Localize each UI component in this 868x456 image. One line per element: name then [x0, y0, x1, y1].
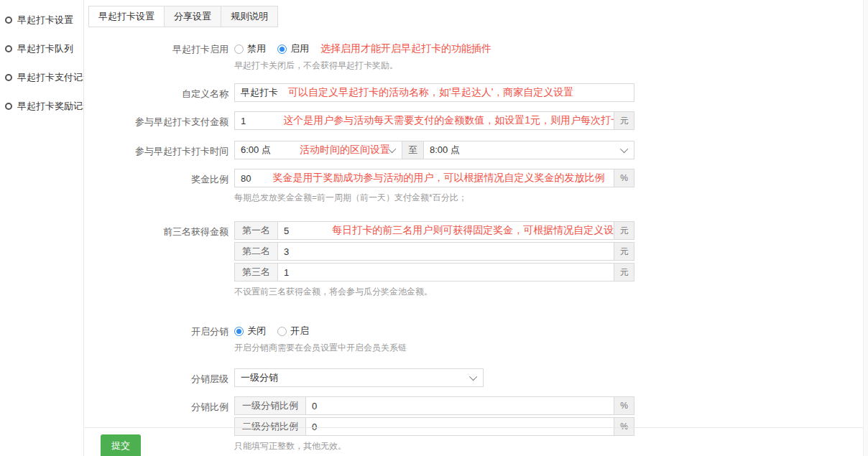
top3-first-input[interactable]: 第一名 5 每日打卡的前三名用户则可获得固定奖金，可根据情况自定义设置 元: [234, 221, 634, 240]
field-label: 自定义名称: [85, 83, 234, 101]
radio-disable[interactable]: 禁用: [234, 42, 266, 55]
sidebar-item-payment-records[interactable]: 早起打卡支付记录: [0, 63, 83, 92]
ratio-prefix: 一级分销比例: [235, 397, 306, 414]
sidebar-item-checkin-settings[interactable]: 早起打卡设置: [0, 6, 83, 34]
row-distribution-level: 分销层级 一级分销: [85, 368, 868, 387]
radio-enable[interactable]: 启用: [277, 42, 309, 55]
row-distribution: 开启分销 关闭 开启 开启分销商需要在会员设置中开启会员关系链: [85, 321, 868, 354]
sidebar-item-checkin-queue[interactable]: 早起打卡队列: [0, 34, 83, 63]
bonus-ratio-input[interactable]: 80 奖金是用于奖励成功参与活动的用户，可以根据情况自定义奖金的发放比例 %: [234, 169, 634, 187]
settings-form: 早起打卡启用 禁用 启用 选择启用才能开启早起打卡的功能插件 早起打卡关闭后，不…: [85, 27, 868, 456]
field-hint: 可以自定义早起打卡的活动名称，如'早起达人'，商家自定义设置: [288, 86, 573, 99]
sidebar: 早起打卡设置 早起打卡队列 早起打卡支付记录 早起打卡奖励记录: [0, 0, 84, 456]
field-hint: 奖金是用于奖励成功参与活动的用户，可以根据情况自定义奖金的发放比例: [272, 172, 604, 185]
top3-second-input[interactable]: 第二名 3 元: [234, 242, 634, 261]
unit-suffix: 元: [614, 264, 634, 281]
time-start-select[interactable]: 6:00 点 活动时间的区间设置: [234, 141, 402, 159]
distribution-level-select[interactable]: 一级分销: [234, 368, 484, 387]
radio-label: 启用: [290, 42, 309, 55]
field-hint: 这个是用户参与活动每天需要支付的金额数值，如设置1元，则用户每次打卡的需要支付1…: [283, 114, 614, 127]
radio-label: 禁用: [247, 42, 266, 55]
field-label: 开启分销: [85, 321, 234, 338]
radio-label: 开启: [290, 325, 309, 338]
input-value: 3: [284, 246, 289, 257]
row-bonus-ratio: 奖金比例 80 奖金是用于奖励成功参与活动的用户，可以根据情况自定义奖金的发放比…: [85, 169, 868, 204]
rank-prefix: 第二名: [235, 243, 278, 260]
sidebar-item-label: 早起打卡设置: [17, 14, 73, 27]
sidebar-item-label: 早起打卡奖励记录: [17, 100, 83, 113]
circle-icon: [5, 17, 12, 24]
rank-prefix: 第一名: [235, 222, 278, 239]
field-hint: 选择启用才能开启早起打卡的功能插件: [320, 42, 491, 55]
input-value: 5: [284, 225, 289, 236]
main-content: 早起打卡设置 分享设置 规则说明 早起打卡启用 禁用 启用 选择启用才能开启早起…: [85, 0, 868, 456]
select-value: 6:00 点: [241, 144, 271, 157]
radio-label: 关闭: [247, 325, 266, 338]
row-custom-name: 自定义名称 早起打卡 可以自定义早起打卡的活动名称，如'早起达人'，商家自定义设…: [85, 83, 868, 102]
radio-close[interactable]: 关闭: [234, 325, 266, 338]
field-label: 参与早起打卡支付金额: [85, 111, 234, 129]
unit-suffix: 元: [614, 112, 634, 129]
top3-third-input[interactable]: 第三名 1 元: [234, 263, 634, 281]
unit-suffix: %: [614, 397, 634, 414]
field-help: 早起打卡关闭后，不会获得早起打卡奖励。: [234, 60, 634, 72]
field-label: 奖金比例: [85, 169, 234, 186]
radio-open[interactable]: 开启: [277, 325, 309, 338]
scrollbar[interactable]: [863, 0, 868, 456]
rank-prefix: 第三名: [235, 264, 278, 281]
radio-off-icon: [277, 327, 287, 336]
chevron-down-icon: [620, 145, 628, 153]
unit-suffix: 元: [614, 243, 634, 260]
unit-suffix: 元: [614, 222, 634, 239]
distribution-radio-group: 关闭 开启: [234, 321, 634, 338]
field-help: 每期总发放奖金金额=前一周期（前一天）支付金额*百分比；: [234, 192, 634, 204]
field-help: 不设置前三名获得金额，将会参与瓜分奖金池金额。: [234, 286, 634, 298]
tab-share-settings[interactable]: 分享设置: [164, 6, 221, 27]
sidebar-item-label: 早起打卡队列: [17, 42, 73, 55]
tab-checkin-settings[interactable]: 早起打卡设置: [88, 6, 165, 27]
field-hint: 活动时间的区间设置: [300, 144, 390, 157]
sidebar-item-reward-records[interactable]: 早起打卡奖励记录: [0, 92, 83, 121]
select-value: 一级分销: [241, 371, 278, 384]
tab-bar: 早起打卡设置 分享设置 规则说明: [85, 0, 868, 27]
enable-radio-group: 禁用 启用 选择启用才能开启早起打卡的功能插件: [234, 39, 634, 55]
pay-amount-input[interactable]: 1 这个是用户参与活动每天需要支付的金额数值，如设置1元，则用户每次打卡的需要支…: [234, 111, 634, 130]
tab-rules[interactable]: 规则说明: [221, 6, 278, 27]
field-help: 开启分销商需要在会员设置中开启会员关系链: [234, 342, 634, 354]
circle-icon: [5, 103, 12, 110]
input-value: 0: [312, 401, 317, 411]
field-label: 早起打卡启用: [85, 39, 234, 56]
row-time-range: 参与早起打卡打卡时间 6:00 点 活动时间的区间设置 至 8:00 点: [85, 141, 868, 159]
circle-icon: [5, 74, 12, 81]
input-value: 80: [241, 173, 251, 184]
field-label: 参与早起打卡打卡时间: [85, 141, 234, 158]
chevron-down-icon: [469, 373, 477, 381]
time-end-select[interactable]: 8:00 点: [423, 141, 634, 159]
form-footer: 提交: [85, 427, 868, 456]
row-enable: 早起打卡启用 禁用 启用 选择启用才能开启早起打卡的功能插件 早起打卡关闭后，不…: [85, 39, 868, 72]
radio-off-icon: [234, 45, 244, 54]
row-pay-amount: 参与早起打卡支付金额 1 这个是用户参与活动每天需要支付的金额数值，如设置1元，…: [85, 111, 868, 130]
field-label: 分销比例: [85, 396, 234, 414]
radio-on-icon: [234, 327, 244, 336]
field-hint: 每日打卡的前三名用户则可获得固定奖金，可根据情况自定义设置: [332, 224, 614, 237]
level1-ratio-input[interactable]: 一级分销比例 0 %: [234, 396, 634, 415]
input-value: 早起打卡: [241, 86, 278, 99]
field-label: 前三名获得金额: [85, 221, 234, 238]
submit-button[interactable]: 提交: [101, 434, 141, 456]
select-value: 8:00 点: [430, 144, 460, 157]
custom-name-input[interactable]: 早起打卡 可以自定义早起打卡的活动名称，如'早起达人'，商家自定义设置: [234, 83, 634, 102]
radio-on-icon: [277, 45, 287, 54]
time-separator: 至: [402, 141, 424, 159]
input-value: 1: [284, 267, 289, 278]
input-value: 1: [241, 116, 246, 126]
circle-icon: [5, 45, 12, 52]
row-top3-amount: 前三名获得金额 第一名 5 每日打卡的前三名用户则可获得固定奖金，可根据情况自定…: [85, 221, 868, 298]
unit-suffix: %: [614, 169, 634, 187]
field-label: 分销层级: [85, 368, 234, 386]
sidebar-item-label: 早起打卡支付记录: [17, 71, 83, 84]
